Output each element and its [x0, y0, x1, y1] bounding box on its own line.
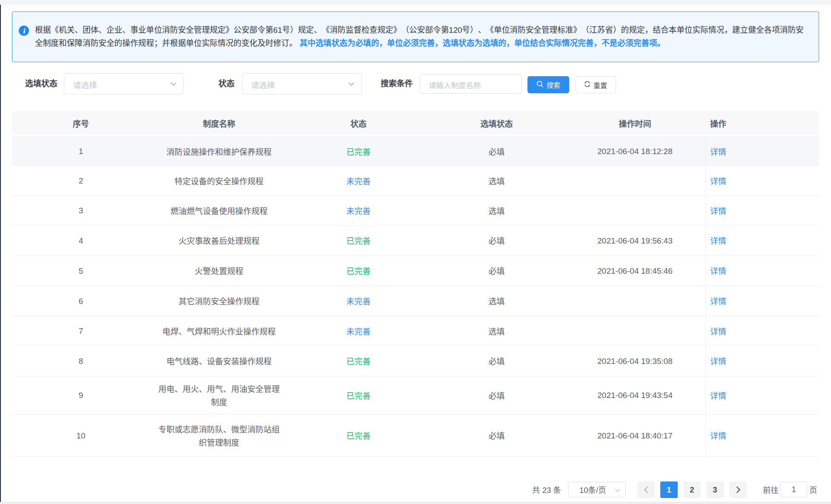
svg-text:i: i: [23, 27, 25, 35]
